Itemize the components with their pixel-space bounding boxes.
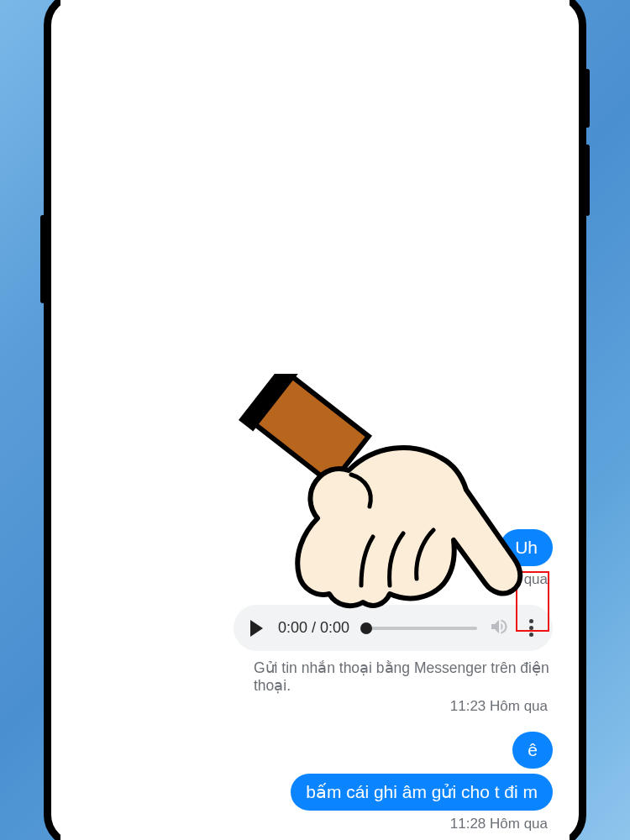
timestamp-1: Hôm qua	[490, 571, 553, 588]
audio-caption: Gửi tin nhắn thoại bằng Messenger trên đ…	[77, 659, 553, 695]
more-options-button[interactable]	[521, 617, 541, 640]
message-text: ê	[528, 740, 538, 759]
chat-container: Uh Hôm qua 0:00 / 0:00	[60, 529, 570, 840]
message-bubble-instruction[interactable]: bấm cái ghi âm gửi cho t đi m	[291, 774, 553, 811]
audio-player: 0:00 / 0:00	[234, 605, 553, 651]
audio-current-time: 0:00	[278, 619, 307, 636]
audio-seek-slider[interactable]	[366, 627, 477, 630]
slider-track	[366, 627, 477, 630]
timestamp-2: 11:23 Hôm qua	[450, 698, 553, 715]
message-text: Uh	[515, 538, 538, 557]
slider-thumb[interactable]	[360, 622, 372, 634]
volume-icon[interactable]	[489, 617, 509, 640]
play-icon[interactable]	[250, 620, 263, 637]
message-text: bấm cái ghi âm gửi cho t đi m	[306, 782, 538, 801]
timestamp-3: 11:28 Hôm qua	[450, 816, 553, 832]
message-bubble-uh[interactable]: Uh	[500, 529, 553, 566]
audio-duration: 0:00	[320, 619, 349, 636]
message-bubble-e[interactable]: ê	[512, 732, 553, 769]
audio-time-display: 0:00 / 0:00	[278, 619, 349, 637]
audio-time-separator: /	[307, 619, 320, 636]
phone-screen: Uh Hôm qua 0:00 / 0:00	[60, 0, 570, 840]
phone-frame: Uh Hôm qua 0:00 / 0:00	[44, 0, 586, 840]
